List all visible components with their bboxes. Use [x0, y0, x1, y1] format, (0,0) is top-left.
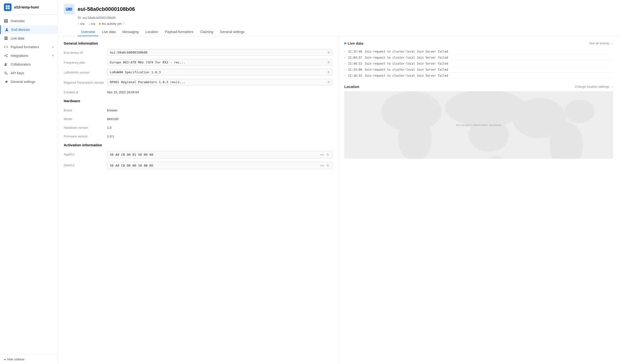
svg-point-33	[564, 100, 595, 123]
live-data-title: Live data	[344, 41, 363, 45]
app-name: sl15-temp-humi	[14, 5, 39, 9]
copy-end-device-id-button[interactable]: ⎘	[328, 51, 330, 54]
model-value: tbhh100	[107, 115, 118, 121]
field-end-device-id: End device ID eui-58a0cb0000108b06 ⎘	[64, 49, 332, 56]
sidebar-item-api-keys[interactable]: API keys	[0, 69, 58, 77]
copy-regional-params-button[interactable]: ⎘	[328, 80, 330, 84]
sidebar-item-payload-formatters[interactable]: Payload formatters ▾	[0, 43, 58, 51]
copy-frequency-plan-button[interactable]: ⎘	[328, 61, 330, 64]
copy-dev-eui-button[interactable]: ⎘	[326, 163, 330, 168]
frequency-plan-input: Europe 863-870 MHz (SF9 for RX2 - rec...…	[107, 59, 332, 66]
chevron-left-icon: ◂	[4, 357, 6, 361]
hardware-version-label: Hardware version	[64, 124, 107, 129]
activity-time: 21:34:08	[348, 68, 362, 71]
tab-overview[interactable]: Overview	[78, 28, 98, 36]
field-regional-params: Regional Parameters version RP001 Region…	[64, 79, 332, 85]
sidebar-item-integrations[interactable]: Integrations ▾	[0, 51, 58, 60]
hide-sidebar-button[interactable]: ◂ Hide sidebar	[0, 354, 58, 364]
activity-row: ↑ 21:34:08 Join-request to cluster-local…	[344, 67, 613, 73]
frequency-plan-label: Frequency plan	[64, 59, 107, 64]
sidebar-item-live-data[interactable]: Live data	[0, 34, 58, 43]
svg-point-17	[5, 63, 6, 64]
code-icon	[4, 45, 8, 49]
tab-claiming[interactable]: Claiming	[197, 28, 216, 36]
activity-row: ↑ 21:48:33 Join-request to cluster-local…	[344, 61, 613, 67]
sidebar-item-collaborators[interactable]: Collaborators	[0, 60, 58, 69]
no-location-info: No location information available	[456, 123, 502, 127]
tab-general-settings[interactable]: General settings	[217, 28, 248, 36]
sidebar-item-label: API keys	[11, 71, 24, 75]
toggle-visibility-app-eui-button[interactable]: <>	[319, 152, 325, 157]
created-at-label: Created at	[64, 89, 107, 94]
device-id: ID: eui-58a0cb0000108b06	[78, 16, 613, 20]
toggle-visibility-dev-eui-button[interactable]: <>	[319, 163, 325, 168]
lorawan-version-label: LoRaWAN version	[64, 69, 107, 74]
activity-message: Join-request to cluster-local Join Serve…	[365, 68, 448, 71]
svg-rect-4	[4, 19, 6, 21]
sidebar-item-label: Payload formatters	[11, 45, 39, 49]
tab-location[interactable]: Location	[142, 28, 162, 36]
see-all-activity-link[interactable]: See all activity →	[589, 41, 613, 45]
sidebar-item-general-settings[interactable]: General settings	[0, 77, 58, 86]
sidebar-item-overview[interactable]: Overview	[0, 17, 58, 25]
change-location-link[interactable]: Change location settings →	[575, 85, 613, 88]
activation-title: Activation information	[64, 143, 332, 147]
end-device-id-value: eui-58a0cb0000108b06	[110, 51, 326, 54]
svg-point-8	[6, 28, 7, 30]
field-lorawan-version: LoRaWAN version LoRaWAN Specification 1.…	[64, 69, 332, 75]
app-logo	[4, 3, 12, 11]
svg-rect-25	[72, 9, 72, 9]
svg-rect-9	[4, 37, 8, 37]
activity-direction-icon: ↑	[344, 68, 346, 71]
sidebar-item-label: Collaborators	[11, 62, 31, 66]
hardware-title: Hardware	[64, 99, 332, 103]
sidebar-item-label: General settings	[11, 80, 35, 84]
dev-eui-value: 58 A0 CB 00 00 10 8B 06	[110, 164, 318, 167]
svg-point-12	[5, 55, 6, 56]
key-icon	[4, 71, 8, 75]
svg-line-16	[6, 56, 7, 56]
copy-lorawan-version-button[interactable]: ⎘	[328, 70, 330, 74]
tab-messaging[interactable]: Messaging	[119, 28, 142, 36]
firmware-version-value: 1.0.1	[107, 133, 114, 138]
activity-direction-icon: ↑	[344, 74, 346, 77]
svg-rect-10	[4, 38, 8, 39]
activity-time: 22:04:57	[348, 56, 362, 59]
chevron-down-icon: ▾	[52, 54, 54, 57]
activity-direction-icon: ↑	[344, 50, 346, 53]
field-app-eui: AppEUI 58 A0 CB 00 01 50 00 00 <> ⎘	[64, 151, 332, 158]
model-label: Model	[64, 115, 107, 121]
gear-icon	[4, 80, 8, 84]
sidebar-item-end-devices[interactable]: End devices	[0, 25, 58, 34]
tab-payload-formatters[interactable]: Payload formatters	[162, 28, 197, 36]
field-created-at: Created at Nov 15, 2022 16:04:04	[64, 89, 332, 94]
app-eui-label: AppEUI	[64, 151, 107, 156]
downlink-status: ↓ n/a	[88, 22, 95, 26]
activity-direction-icon: ↑	[344, 56, 346, 59]
svg-rect-11	[4, 39, 8, 40]
general-info-title: General information	[64, 41, 332, 45]
field-hardware-version: Hardware version 1.0	[64, 124, 332, 129]
copy-app-eui-button[interactable]: ⎘	[326, 152, 330, 157]
tab-live-data[interactable]: Live data	[98, 28, 119, 36]
sidebar-header: sl15-temp-humi	[0, 0, 58, 15]
dev-eui-input: 58 A0 CB 00 00 10 8B 06 <> ⎘	[107, 162, 332, 169]
content-area: General information End device ID eui-58…	[58, 36, 619, 364]
svg-point-14	[7, 56, 7, 57]
hardware-version-value: 1.0	[107, 124, 112, 129]
map-placeholder: No location information available	[344, 91, 613, 159]
frequency-plan-value: Europe 863-870 MHz (SF9 for RX2 - rec...	[110, 61, 326, 64]
sidebar-item-label: End devices	[11, 28, 30, 32]
app-eui-value: 58 A0 CB 00 01 50 00 00	[110, 153, 318, 156]
grid-icon	[4, 19, 8, 23]
svg-line-15	[6, 55, 7, 55]
svg-point-18	[7, 63, 7, 64]
activity-help-icon[interactable]: ?	[122, 22, 124, 26]
sidebar-item-label: Live data	[11, 36, 24, 40]
sidebar-item-label: Integrations	[11, 54, 28, 58]
regional-params-input: RP001 Regional Parameters 1.0.3 revis...…	[107, 79, 332, 85]
live-dot	[344, 42, 346, 44]
device-icon	[64, 4, 74, 14]
live-data-header: Live data See all activity →	[344, 41, 613, 45]
activity-direction-icon: ↑	[344, 62, 346, 65]
